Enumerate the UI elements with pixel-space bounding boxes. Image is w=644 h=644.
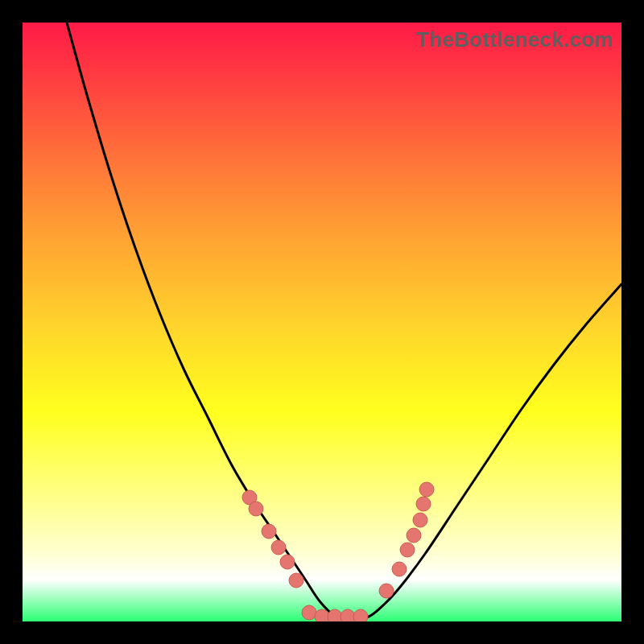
right-dot-1 xyxy=(379,584,394,598)
left-dot-5 xyxy=(280,555,295,569)
floor-dot-4 xyxy=(341,609,355,621)
plot-area: TheBottleneck.com xyxy=(23,23,621,621)
right-dot-5 xyxy=(413,513,427,527)
right-dot-3 xyxy=(400,543,415,557)
curve-layer xyxy=(67,23,621,617)
marker-layer xyxy=(242,482,434,621)
left-dot-2 xyxy=(249,502,263,516)
left-dot-4 xyxy=(271,540,286,555)
right-dot-7 xyxy=(419,482,434,497)
floor-dot-2 xyxy=(315,609,329,621)
floor-dot-1 xyxy=(302,605,316,620)
right-dot-6 xyxy=(416,497,431,511)
chart-frame: TheBottleneck.com xyxy=(0,0,644,644)
left-dot-3 xyxy=(262,524,276,539)
floor-dot-5 xyxy=(353,609,368,621)
floor-dot-3 xyxy=(328,609,342,621)
chart-svg xyxy=(23,23,621,621)
right-dot-2 xyxy=(392,562,407,576)
left-dot-6 xyxy=(289,573,303,588)
right-dot-4 xyxy=(407,528,421,543)
bottleneck-curve xyxy=(67,23,621,617)
